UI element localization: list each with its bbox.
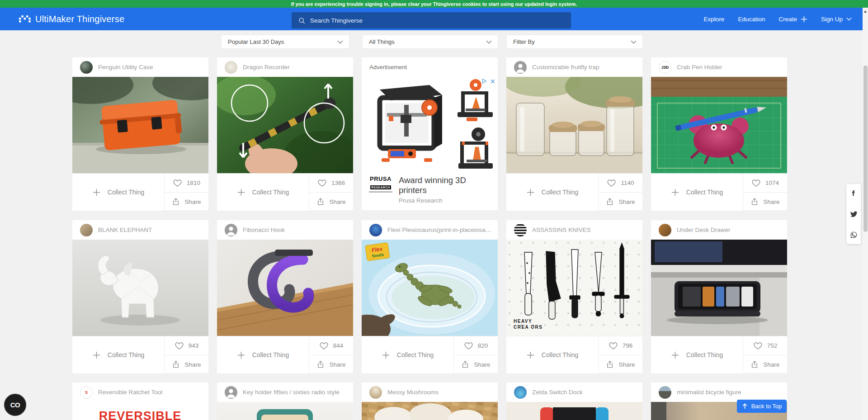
like-count-button[interactable]: 943 xyxy=(165,336,208,355)
filter-by-dropdown[interactable]: Filter By xyxy=(506,35,643,49)
like-count-button[interactable]: 796 xyxy=(599,336,642,355)
nav-education[interactable]: Education xyxy=(738,16,765,23)
ad-title[interactable]: Award winning 3D printers xyxy=(399,175,491,195)
thing-title[interactable]: ASSASSINS KNIVES xyxy=(532,227,591,233)
sort-dropdown[interactable]: Popular Last 30 Days xyxy=(221,35,349,49)
whatsapp-icon[interactable] xyxy=(850,231,858,239)
collect-thing-button[interactable]: Collect Thing xyxy=(651,336,743,373)
designer-avatar[interactable] xyxy=(369,386,382,399)
designer-avatar[interactable] xyxy=(514,224,527,236)
thing-image[interactable] xyxy=(217,402,353,420)
share-button[interactable]: Share xyxy=(309,355,353,373)
like-count-button[interactable]: 752 xyxy=(743,336,787,355)
twitter-icon[interactable] xyxy=(850,210,858,218)
collect-thing-button[interactable]: Collect Thing xyxy=(651,174,743,211)
ad-image-side-bottom[interactable] xyxy=(453,125,498,173)
share-button[interactable]: Share xyxy=(309,192,353,211)
thing-image[interactable] xyxy=(362,402,498,420)
nav-explore[interactable]: Explore xyxy=(704,16,725,23)
like-count-button[interactable]: 820 xyxy=(454,336,498,355)
designer-avatar[interactable] xyxy=(225,61,237,74)
thing-title[interactable]: BLANK ELEPHANT xyxy=(98,227,152,233)
category-dropdown[interactable]: All Things xyxy=(362,35,498,49)
like-count-button[interactable]: 1074 xyxy=(743,174,787,192)
designer-avatar[interactable] xyxy=(225,386,237,399)
designer-avatar[interactable] xyxy=(514,386,527,399)
thing-title[interactable]: minimalist bicycle figure xyxy=(677,389,741,396)
share-button[interactable]: Share xyxy=(599,192,642,211)
ad-close-icon[interactable] xyxy=(490,79,495,84)
thing-image[interactable]: HEAVY CREA ORS xyxy=(506,240,642,336)
thing-title[interactable]: Zelda Switch Dock xyxy=(532,389,583,396)
thing-card-footer: Collect Thing 796 Share xyxy=(506,336,642,373)
collect-thing-button[interactable]: Collect Thing xyxy=(506,174,599,211)
ad-advertiser: Prusa Research xyxy=(399,197,491,204)
collect-thing-button[interactable]: Collect Thing xyxy=(506,336,599,373)
thing-title[interactable]: Fibonacci Hook xyxy=(243,227,285,233)
thing-image[interactable] xyxy=(217,240,353,336)
share-icon xyxy=(172,360,180,368)
thing-image[interactable] xyxy=(72,240,208,336)
thing-image[interactable] xyxy=(651,240,787,336)
thing-title[interactable]: Messy Mushrooms xyxy=(387,389,439,396)
share-button[interactable]: Share xyxy=(165,355,208,373)
collect-thing-button[interactable]: Collect Thing xyxy=(217,174,309,211)
thing-title[interactable]: Reversible Ratchet Tool xyxy=(98,389,162,396)
designer-avatar[interactable] xyxy=(369,224,382,236)
designer-avatar[interactable] xyxy=(225,224,237,236)
share-button[interactable]: Share xyxy=(743,192,787,211)
collect-thing-button[interactable]: Collect Thing xyxy=(72,336,165,373)
cookie-consent-button[interactable]: CO xyxy=(4,394,26,416)
collect-thing-button[interactable]: Collect Thing xyxy=(217,336,309,373)
thing-card-header: Dragon Recorder xyxy=(217,57,353,77)
thing-image[interactable] xyxy=(506,77,642,173)
back-to-top-button[interactable]: Back to Top xyxy=(737,400,787,413)
scrollbar-up-arrow-icon[interactable] xyxy=(864,10,867,13)
share-button[interactable]: Share xyxy=(599,355,642,373)
thing-image[interactable]: Flex Seeds xyxy=(362,240,498,336)
designer-avatar[interactable]: J3D xyxy=(659,61,671,74)
thing-image[interactable]: REVERSIBLE xyxy=(72,402,208,420)
chevron-down-icon xyxy=(486,40,492,44)
like-count-button[interactable]: 1140 xyxy=(599,174,642,192)
thing-title[interactable]: Flexi Plesiosaurus(print-in-placeiosauru… xyxy=(387,227,492,233)
thing-image[interactable] xyxy=(72,77,208,173)
collect-thing-button[interactable]: Collect Thing xyxy=(72,174,165,211)
thing-image[interactable] xyxy=(217,77,353,173)
designer-avatar[interactable] xyxy=(659,386,671,399)
thing-title[interactable]: Penguin Utility Case xyxy=(98,64,153,71)
facebook-icon[interactable] xyxy=(850,189,857,197)
scrollbar-thumb[interactable] xyxy=(863,66,868,232)
thingiverse-logo[interactable]: UltiMaker Thingiverse xyxy=(19,8,124,30)
designer-avatar[interactable]: S xyxy=(80,386,93,399)
designer-avatar[interactable] xyxy=(659,224,671,236)
thing-title[interactable]: Key holder fifties / sixties radio style xyxy=(243,389,340,396)
share-button[interactable]: Share xyxy=(165,192,208,211)
designer-avatar[interactable] xyxy=(80,61,93,74)
nav-signup[interactable]: Sign Up xyxy=(821,16,852,23)
ad-media[interactable] xyxy=(362,77,498,173)
thing-card-footer: Collect Thing 943 Share xyxy=(72,336,208,373)
collect-thing-button[interactable]: Collect Thing xyxy=(362,336,454,373)
search-bar[interactable] xyxy=(292,12,571,28)
thing-title[interactable]: Customizable fruitfly trap xyxy=(532,64,599,71)
adchoices-icon[interactable] xyxy=(481,78,487,84)
share-button[interactable]: Share xyxy=(454,355,498,373)
page-scrollbar[interactable] xyxy=(863,8,868,420)
thing-image[interactable] xyxy=(506,402,642,420)
thing-title[interactable]: Crab Pen Holder xyxy=(677,64,722,71)
advertiser-logo[interactable]: PRUSA RESEARCH xyxy=(369,175,392,193)
thing-image[interactable] xyxy=(651,77,787,173)
thing-title[interactable]: Under Desk Drawer xyxy=(677,227,731,233)
share-button[interactable]: Share xyxy=(743,355,787,373)
designer-avatar[interactable] xyxy=(514,61,527,74)
ad-image-main[interactable] xyxy=(362,77,452,173)
like-count-button[interactable]: 844 xyxy=(309,336,353,355)
like-count-button[interactable]: 1810 xyxy=(165,174,208,192)
like-count-button[interactable]: 1368 xyxy=(309,174,353,192)
thing-card: Customizable fruitfly trap Collect Thing… xyxy=(506,57,642,210)
thing-title[interactable]: Dragon Recorder xyxy=(243,64,290,71)
designer-avatar[interactable] xyxy=(80,224,93,236)
nav-create[interactable]: Create xyxy=(778,16,807,23)
search-input[interactable] xyxy=(310,17,564,24)
